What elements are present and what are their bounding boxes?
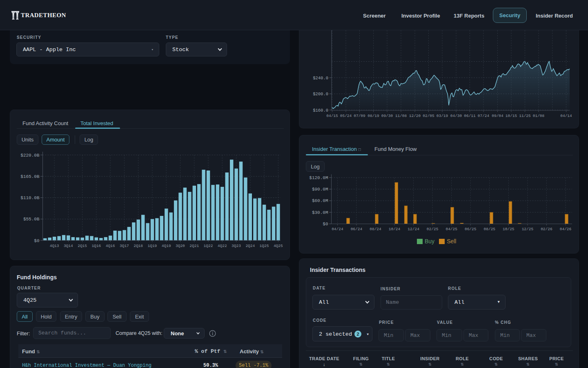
svg-text:10/25: 10/25: [503, 227, 514, 231]
svg-text:$30.0M: $30.0M: [312, 210, 328, 215]
svg-text:$120.0M: $120.0M: [309, 175, 328, 180]
svg-text:08/25: 08/25: [484, 227, 496, 231]
svg-text:05/24: 05/24: [340, 114, 352, 118]
svg-text:10/24: 10/24: [389, 227, 401, 231]
svg-text:1Q25: 1Q25: [260, 244, 269, 248]
svg-text:3Q20: 3Q20: [176, 244, 185, 248]
svg-text:$0: $0: [34, 238, 39, 243]
svg-text:$240.0: $240.0: [313, 76, 328, 81]
svg-text:3Q23: 3Q23: [232, 244, 241, 248]
svg-text:04/25: 04/25: [445, 227, 457, 231]
svg-text:4Q19: 4Q19: [162, 244, 171, 248]
svg-text:1Q22: 1Q22: [204, 244, 213, 248]
svg-text:04/24: 04/24: [332, 227, 343, 231]
svg-text:12/24: 12/24: [408, 227, 419, 231]
svg-text:07/09: 07/09: [354, 114, 365, 118]
svg-text:1Q19: 1Q19: [147, 244, 157, 248]
svg-text:08/19: 08/19: [368, 114, 379, 118]
svg-text:08/24: 08/24: [370, 227, 381, 231]
svg-text:12/25: 12/25: [522, 227, 534, 231]
svg-text:02/25: 02/25: [427, 227, 439, 231]
svg-text:07/24: 07/24: [478, 114, 490, 118]
svg-text:11/25: 11/25: [519, 114, 531, 118]
svg-text:$220.0B: $220.0B: [20, 153, 40, 158]
svg-text:$200.0: $200.0: [313, 92, 328, 96]
svg-text:12/20: 12/20: [409, 114, 421, 118]
svg-text:3Q17: 3Q17: [120, 244, 129, 248]
svg-text:02/26: 02/26: [541, 227, 552, 231]
svg-text:02/05: 02/05: [423, 114, 434, 118]
svg-text:06/11: 06/11: [464, 114, 476, 118]
svg-text:04/15: 04/15: [326, 114, 338, 118]
svg-text:$0: $0: [323, 222, 328, 227]
svg-text:09/04: 09/04: [492, 114, 503, 118]
svg-text:$165.0B: $165.0B: [20, 174, 40, 179]
svg-text:06/25: 06/25: [465, 227, 477, 231]
svg-text:2Q21: 2Q21: [189, 244, 199, 248]
svg-text:$110.0B: $110.0B: [20, 195, 40, 200]
svg-text:3Q14: 3Q14: [64, 244, 73, 248]
svg-text:$60.0M: $60.0M: [312, 198, 328, 203]
svg-text:04/14: 04/14: [560, 114, 572, 118]
svg-text:04/26: 04/26: [560, 227, 572, 231]
svg-text:4Q25: 4Q25: [274, 244, 283, 248]
svg-text:1Q16: 1Q16: [91, 244, 101, 248]
svg-text:4Q22: 4Q22: [218, 244, 227, 248]
svg-text:4Q16: 4Q16: [106, 244, 115, 248]
svg-text:04/30: 04/30: [450, 114, 462, 118]
svg-text:2Q24: 2Q24: [245, 244, 255, 248]
svg-text:$55.0B: $55.0B: [23, 217, 40, 222]
svg-text:$160.0: $160.0: [313, 108, 328, 113]
svg-text:01/08: 01/08: [533, 114, 545, 118]
svg-text:4Q13: 4Q13: [50, 244, 59, 248]
svg-text:06/24: 06/24: [351, 227, 363, 231]
svg-text:$90.0M: $90.0M: [312, 187, 328, 192]
svg-text:11/08: 11/08: [395, 114, 407, 118]
svg-text:2Q15: 2Q15: [78, 244, 87, 248]
svg-text:03/19: 03/19: [437, 114, 448, 118]
svg-text:09/30: 09/30: [381, 114, 393, 118]
svg-text:2Q18: 2Q18: [134, 244, 143, 248]
svg-text:10/15: 10/15: [506, 114, 517, 118]
